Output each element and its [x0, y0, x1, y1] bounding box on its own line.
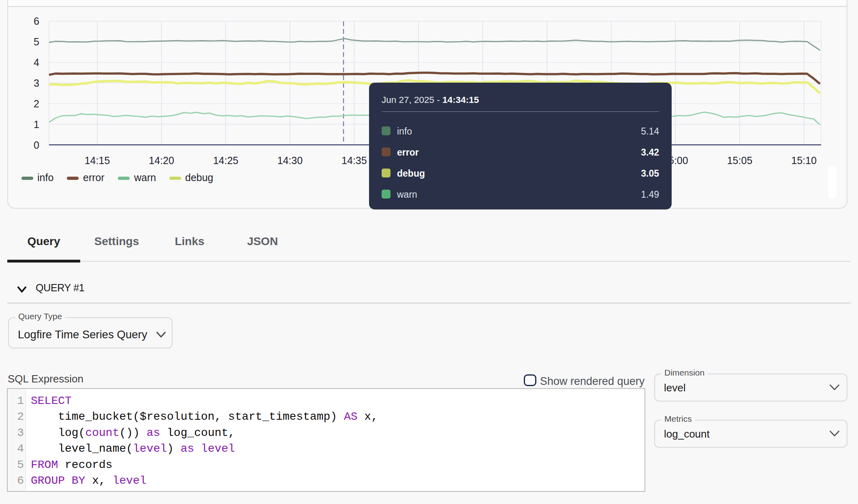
svg-text:14:15: 14:15: [85, 155, 110, 166]
svg-text:3: 3: [34, 77, 39, 89]
svg-text:debug: debug: [185, 172, 213, 183]
svg-text:14:25: 14:25: [213, 155, 239, 166]
svg-text:14:35: 14:35: [341, 155, 367, 166]
svg-text:info: info: [37, 172, 53, 183]
svg-text:2: 2: [34, 98, 39, 109]
svg-text:15:05: 15:05: [727, 155, 753, 166]
svg-text:6: 6: [34, 15, 39, 27]
svg-text:1: 1: [34, 119, 39, 130]
svg-text:4: 4: [34, 57, 39, 68]
svg-text:5: 5: [34, 36, 39, 47]
svg-text:0: 0: [34, 139, 39, 151]
svg-text:14:20: 14:20: [149, 155, 174, 166]
svg-text:14:30: 14:30: [277, 155, 303, 166]
svg-text:warn: warn: [134, 172, 156, 183]
svg-text:error: error: [83, 172, 105, 183]
svg-text:15:10: 15:10: [791, 155, 817, 166]
